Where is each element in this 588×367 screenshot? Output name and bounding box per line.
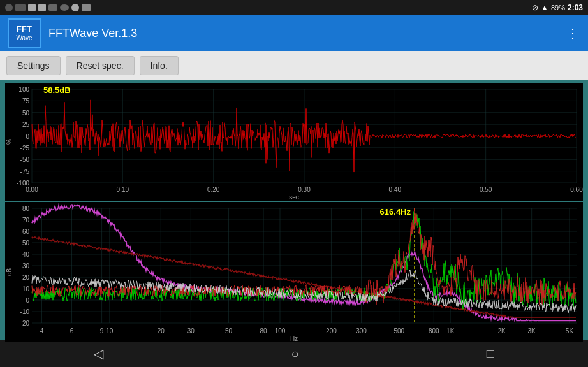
- signal-icon: ▲: [541, 3, 548, 12]
- time-display: 2:03: [568, 3, 583, 12]
- app-bar: FFT Wave FFTWave Ver.1.3 ⋮: [0, 15, 588, 51]
- info-button[interactable]: Info.: [140, 56, 179, 75]
- reset-spec-button[interactable]: Reset spec.: [66, 56, 135, 75]
- status-bar: ⊘ ▲ 89% 2:03: [0, 0, 588, 15]
- wave-chart: 58.5dB: [5, 83, 583, 201]
- nav-bar: ◁ ○ □: [0, 340, 588, 367]
- battery-level: 89%: [551, 4, 565, 11]
- status-icons-right: ⊘ ▲ 89% 2:03: [532, 3, 583, 12]
- recent-button[interactable]: □: [461, 342, 520, 366]
- logo-wave: Wave: [16, 34, 32, 41]
- charts-container: 58.5dB 616.4Hz: [0, 80, 588, 340]
- db-value-label: 58.5dB: [43, 85, 71, 95]
- app-title: FFTWave Ver.1.3: [48, 27, 566, 40]
- freq-label: 616.4Hz: [380, 207, 411, 217]
- fft-chart: 616.4Hz: [5, 202, 583, 342]
- toolbar: Settings Reset spec. Info.: [0, 51, 588, 80]
- app-logo: FFT Wave: [8, 18, 41, 48]
- back-button[interactable]: ◁: [68, 341, 129, 366]
- settings-button[interactable]: Settings: [6, 56, 61, 75]
- logo-fft: FFT: [17, 25, 32, 34]
- wifi-icon: ⊘: [532, 3, 538, 12]
- menu-icon[interactable]: ⋮: [566, 25, 580, 41]
- home-button[interactable]: ○: [265, 342, 324, 366]
- status-icons-left: [5, 4, 91, 11]
